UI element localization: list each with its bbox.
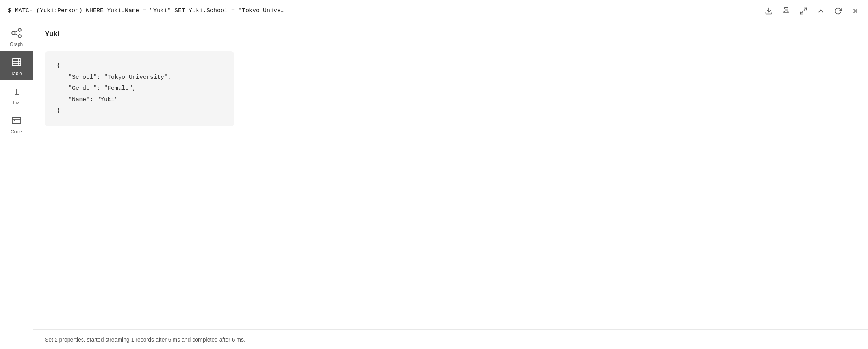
top-actions	[756, 3, 868, 19]
empty-section	[45, 126, 856, 158]
json-field-name: "Name": "Yuki"	[57, 94, 222, 106]
query-text: $ MATCH (Yuki:Person) WHERE Yuki.Name = …	[0, 7, 756, 14]
json-open: {	[57, 61, 222, 72]
code-icon	[11, 115, 22, 127]
svg-point-7	[18, 28, 21, 31]
content-area: Yuki { "School": "Tokyo University", "Ge…	[33, 22, 868, 349]
sidebar-item-code[interactable]: Code	[0, 109, 33, 138]
svg-line-9	[15, 31, 18, 32]
json-field-gender: "Gender": "Female",	[57, 83, 222, 94]
graph-label: Graph	[10, 42, 23, 47]
text-icon	[11, 86, 22, 98]
collapse-icon	[817, 7, 825, 15]
refresh-icon	[834, 7, 842, 15]
top-bar: $ MATCH (Yuki:Person) WHERE Yuki.Name = …	[0, 0, 868, 22]
pin-icon	[782, 7, 790, 15]
table-icon	[11, 57, 22, 69]
expand-button[interactable]	[796, 3, 811, 19]
svg-point-6	[12, 31, 15, 35]
main-layout: Graph Table Te	[0, 22, 868, 349]
svg-line-10	[15, 34, 18, 35]
close-button[interactable]	[848, 3, 863, 19]
json-field-school: "School": "Tokyo University",	[57, 72, 222, 83]
svg-point-8	[18, 35, 21, 38]
status-text: Set 2 properties, started streaming 1 re…	[45, 336, 245, 343]
sidebar: Graph Table Te	[0, 22, 33, 349]
content-main: Yuki { "School": "Tokyo University", "Ge…	[33, 22, 868, 329]
expand-icon	[799, 7, 807, 15]
download-button[interactable]	[761, 3, 777, 19]
pin-button[interactable]	[778, 3, 794, 19]
download-icon	[765, 7, 773, 15]
json-close: }	[57, 105, 222, 117]
refresh-button[interactable]	[830, 3, 846, 19]
sidebar-item-graph[interactable]: Graph	[0, 22, 33, 51]
text-label: Text	[12, 100, 20, 105]
svg-line-2	[804, 8, 807, 10]
node-title: Yuki	[45, 30, 856, 44]
code-label: Code	[11, 129, 22, 135]
sidebar-item-table[interactable]: Table	[0, 51, 33, 80]
sidebar-item-text[interactable]: Text	[0, 80, 33, 109]
close-icon	[851, 7, 859, 15]
svg-rect-19	[12, 117, 21, 124]
collapse-button[interactable]	[813, 3, 829, 19]
table-label: Table	[11, 71, 22, 76]
status-bar: Set 2 properties, started streaming 1 re…	[33, 330, 868, 349]
graph-icon	[11, 28, 22, 40]
svg-line-3	[801, 11, 803, 14]
svg-rect-11	[12, 59, 21, 66]
json-block: { "School": "Tokyo University", "Gender"…	[45, 51, 234, 126]
